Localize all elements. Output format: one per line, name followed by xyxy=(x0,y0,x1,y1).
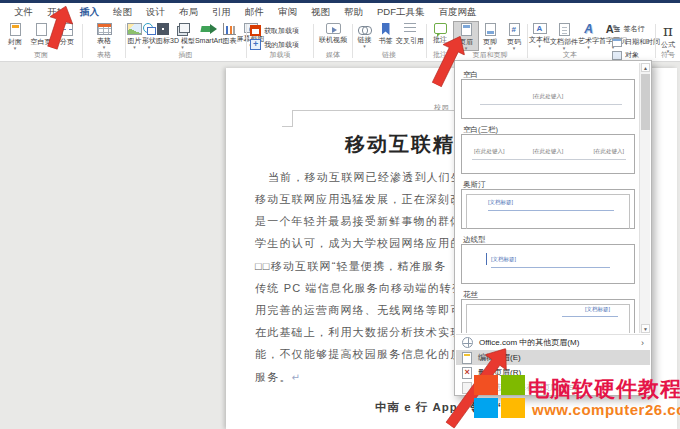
scroll-up-button[interactable]: ▲ xyxy=(641,63,650,72)
shapes-button[interactable]: 形状 xyxy=(142,22,156,49)
comment-icon xyxy=(434,23,447,34)
my-add-ins-button[interactable]: 我的加载项 xyxy=(250,39,299,50)
text-box-button[interactable]: A 文本框 xyxy=(529,22,550,50)
scroll-down-button[interactable]: ▼ xyxy=(641,324,650,333)
signature-line-icon: ✎ xyxy=(612,24,620,34)
header-boundary-step xyxy=(282,126,293,127)
header-style-austin[interactable]: [文档标题] xyxy=(461,189,635,229)
body-line: 用完善的运营商网络、无线网络等即可 xyxy=(255,303,462,318)
body-line: 传统 PC 端信息化服务向移动端的转变 xyxy=(255,281,464,296)
cover-page-button[interactable]: 封面 xyxy=(2,22,28,50)
cross-reference-icon xyxy=(404,23,416,35)
group-symbols: π 公式 符号 xyxy=(656,21,680,61)
quick-parts-icon xyxy=(559,23,570,36)
ribbon: 封面 空白页 分页 页面 表格 表格 xyxy=(0,21,680,62)
icons-button[interactable]: 图标 xyxy=(156,22,170,49)
body-line: □□移动互联网“轻量便携，精准服务 xyxy=(255,259,446,274)
ribbon-tab-bar: 文件 开始 插入 绘图 设计 布局 引用 邮件 审阅 视图 帮助 PDF工具集 … xyxy=(0,3,680,21)
store-icon xyxy=(250,25,261,36)
chart-button[interactable]: 图表 xyxy=(223,22,237,49)
link-icon xyxy=(358,26,372,34)
footer-button[interactable]: 页脚 xyxy=(478,22,502,50)
header-style-blank-three-columns[interactable]: [在此处键入] [在此处键入] [在此处键入] xyxy=(461,134,635,174)
group-media: 联机视频 媒体 xyxy=(315,21,351,61)
object-icon xyxy=(612,51,622,60)
link-button[interactable]: 链接 xyxy=(354,22,375,48)
body-line: 是一个年轻并最易接受新鲜事物的群体 xyxy=(255,214,462,229)
shapes-icon xyxy=(143,23,156,35)
icons-icon xyxy=(157,23,169,35)
header-boundary-line xyxy=(292,110,454,111)
group-tables: 表格 表格 xyxy=(84,21,124,61)
body-line: 移动互联网应用迅猛发展，正在深刻改 xyxy=(255,192,462,207)
header-style-filigree[interactable]: [文档标题] xyxy=(461,299,635,333)
table-button[interactable]: 表格 xyxy=(84,22,124,49)
header-style-blank[interactable]: [在此处键入] xyxy=(461,79,635,119)
paragraph-mark: ↵ xyxy=(292,372,302,383)
tab-pdf-tools[interactable]: PDF工具集 xyxy=(370,4,432,21)
3d-models-button[interactable]: 3D 模型 xyxy=(170,22,195,49)
tab-layout[interactable]: 布局 xyxy=(172,4,205,21)
tab-review[interactable]: 审阅 xyxy=(271,4,304,21)
get-add-ins-button[interactable]: 获取加载项 xyxy=(250,25,299,36)
quick-parts-button[interactable]: 文档部件 xyxy=(550,22,578,50)
body-line: 能，不仅能够提高校园服务信息化的质 xyxy=(255,347,462,362)
pictures-icon xyxy=(127,23,142,35)
menu-item-more-headers-office[interactable]: Office.com 中的其他页眉(M) › xyxy=(456,335,650,350)
tab-view[interactable]: 视图 xyxy=(304,4,337,21)
group-text-stack: ✎ 签名行 日期和时间 对象 xyxy=(611,21,653,61)
group-add-ins: 获取加载项 我的加载项 加载项 xyxy=(248,21,312,61)
edit-header-icon xyxy=(462,352,472,364)
watermark-site-url: www.computer26.com xyxy=(532,401,680,418)
signature-line-button[interactable]: ✎ 签名行 xyxy=(612,24,644,34)
chart-icon xyxy=(223,23,236,35)
tab-design[interactable]: 设计 xyxy=(139,4,172,21)
group-text: A 文本框 文档部件 A 艺术字 A≡ 首字下沉 文本 xyxy=(529,21,611,61)
date-time-icon xyxy=(612,38,622,47)
pictures-button[interactable]: 图片 xyxy=(127,22,142,49)
online-video-icon xyxy=(326,23,341,34)
tab-mailings[interactable]: 邮件 xyxy=(238,4,271,21)
smartart-icon xyxy=(201,23,217,35)
watermark-site-name: 电脑软硬件教程网 xyxy=(528,375,680,403)
wordart-button[interactable]: A 艺术字 xyxy=(578,22,599,50)
tab-file[interactable]: 文件 xyxy=(7,4,40,21)
header-style-gallery: 空白 [在此处键入] 空白(三栏) [在此处键入] [在此处键入] [在此处键入… xyxy=(456,63,640,333)
text-box-icon: A xyxy=(533,23,547,34)
smartart-button[interactable]: SmartArt xyxy=(195,22,223,49)
gallery-scrollbar[interactable]: ▲ ▼ xyxy=(639,63,650,333)
wordart-icon: A xyxy=(584,23,593,35)
page-number-icon xyxy=(509,23,520,36)
3d-model-icon xyxy=(176,23,188,35)
header-style-sideline[interactable]: [文档标题] xyxy=(461,244,635,284)
equation-button[interactable]: π 公式 xyxy=(656,22,680,53)
header-icon xyxy=(461,23,472,36)
table-icon xyxy=(97,23,112,35)
header-boundary-corner xyxy=(292,110,293,127)
body-line: 服务。↵ xyxy=(255,370,301,385)
tab-references[interactable]: 引用 xyxy=(205,4,238,21)
body-line: 学生的认可，成为大学校园网络应用的 xyxy=(255,236,462,251)
group-links: 链接 书签 交叉引用 链接 xyxy=(354,21,424,61)
bookmark-button[interactable]: 书签 xyxy=(375,22,396,48)
body-line: 在此基础上，利用大数据分析技术实现 xyxy=(255,325,462,340)
cover-page-icon xyxy=(10,23,21,36)
my-add-ins-icon xyxy=(250,39,261,50)
cross-reference-button[interactable]: 交叉引用 xyxy=(396,22,424,48)
tab-help[interactable]: 帮助 xyxy=(337,4,370,21)
online-video-button[interactable]: 联机视频 xyxy=(315,22,351,44)
page-header-text: 校园 xyxy=(434,103,450,113)
tab-insert[interactable]: 插入 xyxy=(73,4,106,21)
header-gallery-dropdown: 空白 [在此处键入] 空白(三栏) [在此处键入] [在此处键入] [在此处键入… xyxy=(454,60,652,396)
object-button[interactable]: 对象 xyxy=(612,50,639,60)
date-time-button[interactable]: 日期和时间 xyxy=(612,37,660,47)
tab-baidu-netdisk[interactable]: 百度网盘 xyxy=(432,4,484,21)
group-illustrations: 图片 形状 图标 3D 模型 SmartArt 图表 xyxy=(127,21,244,61)
footer-icon xyxy=(485,23,496,36)
bookmark-icon xyxy=(382,23,390,35)
tab-draw[interactable]: 绘图 xyxy=(106,4,139,21)
page-number-button[interactable]: 页码 xyxy=(502,22,526,50)
word-window: 文件 开始 插入 绘图 设计 布局 引用 邮件 审阅 视图 帮助 PDF工具集 … xyxy=(0,0,680,429)
scrollbar-thumb[interactable] xyxy=(641,74,650,130)
submenu-arrow-icon: › xyxy=(641,338,644,348)
